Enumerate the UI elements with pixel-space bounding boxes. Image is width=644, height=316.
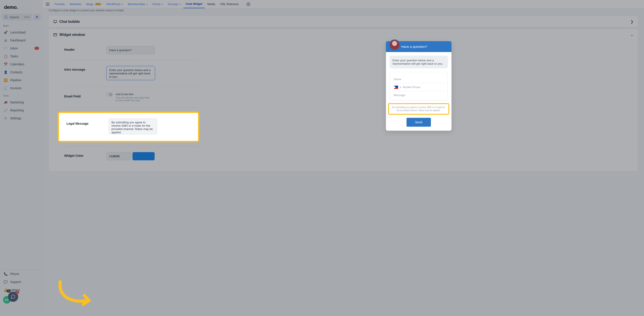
panel-title: Chat bubble (59, 20, 80, 24)
sidebar-item-label: Calendars (10, 62, 24, 66)
sidebar-item-label: Pipeline (10, 78, 21, 82)
brand-logo: demo. (0, 0, 42, 12)
tab-websites[interactable]: Websites (67, 0, 84, 8)
user-icon: 👤 (4, 70, 8, 74)
tab-label: Memberships (128, 2, 145, 6)
chart-icon: 📈 (4, 108, 8, 112)
sidebar-item-reporting[interactable]: 📈Reporting (0, 106, 42, 114)
chat-fab-badge-secondary: 4 (7, 290, 11, 293)
header-input[interactable] (106, 46, 155, 54)
sidebar-item-support[interactable]: 💬Support (0, 278, 42, 286)
tab-wordpress[interactable]: WordPress▾ (104, 0, 125, 8)
sidebar-item-dashboard[interactable]: ▦Dashboard (0, 36, 42, 44)
tab-surveys[interactable]: Surveys▾ (166, 0, 183, 8)
quick-actions-button[interactable] (33, 14, 41, 20)
sidebar-item-label: Contacts (10, 70, 22, 74)
sidebar-item-phone[interactable]: 📞Phone (0, 270, 42, 278)
toggle-title: Add Email field (116, 93, 151, 96)
bolt-icon (35, 15, 39, 19)
form-row-color: Widget Color (64, 146, 200, 166)
sidebar-item-inbox[interactable]: ✉️Inbox1 (0, 44, 42, 52)
color-hex-input[interactable] (106, 152, 131, 160)
tab-funnels[interactable]: Funnels (52, 0, 67, 8)
tab-blogs[interactable]: BlogsNew (84, 0, 104, 8)
sidebar-item-label: Dashboard (10, 38, 26, 42)
panel-header[interactable]: Chat bubble ❯ (49, 16, 638, 27)
chevron-right-icon: ❯ (630, 19, 633, 24)
chat-fab[interactable]: 4 6 (8, 292, 18, 302)
form-row-intro: Intro message Enter your question below … (64, 60, 200, 87)
sidebar-item-marketing[interactable]: 📣Marketing (0, 98, 42, 106)
field-label: Email Field (64, 93, 106, 98)
legal-textarea[interactable]: By submitting you agree to receive SMS o… (108, 118, 157, 135)
tab-label: Websites (70, 2, 81, 6)
preview-form: Name ▾ Mobile Phone Message (390, 72, 448, 100)
preview-name-field[interactable]: Name (393, 75, 444, 83)
chat-preview-card: Have a question? Enter your question bel… (386, 41, 452, 131)
preview-send-button[interactable]: Send (406, 118, 431, 127)
sidebar-item-notifications[interactable]: 🔔cations (0, 286, 42, 294)
sidebar-item-settings[interactable]: ⚙Settings (0, 114, 42, 122)
search-label: Search (10, 15, 19, 19)
preview-message-field[interactable]: Message (393, 91, 444, 99)
widget-form: Header Intro message Enter your question… (49, 40, 200, 166)
sidebar-item-contacts[interactable]: 👤Contacts (0, 68, 42, 76)
gear-icon[interactable] (246, 2, 250, 6)
panel-header[interactable]: Widget window ⌄ (49, 29, 638, 40)
sidebar-item-label: Tasks (10, 54, 18, 58)
toggle-desc: This will add the new input field to tak… (116, 96, 151, 102)
sidebar-item-invoices[interactable]: 🧾Invoices (0, 84, 42, 92)
inbox-badge: 1 (34, 47, 39, 50)
form-row-header: Header (64, 40, 200, 60)
preview-phone-field[interactable]: ▾ Mobile Phone (393, 83, 444, 91)
logo-text: demo (4, 4, 16, 10)
form-row-legal-highlight: Legal Message By submitting you agree to… (58, 112, 200, 142)
sidebar-item-label: Phone (10, 272, 19, 276)
sidebar-item-label: Settings (10, 116, 22, 120)
sidebar-item-calendars[interactable]: 📅Calendars (0, 60, 42, 68)
arrow-icon (56, 280, 98, 313)
new-tag: New (95, 3, 102, 5)
tab-label: Media (207, 2, 215, 6)
gear-icon: ⚙ (4, 116, 8, 120)
logo-dot: . (16, 4, 18, 10)
calendar-icon: 📅 (4, 62, 8, 66)
tab-memberships[interactable]: Memberships▾ (126, 0, 150, 8)
megaphone-icon: 📣 (4, 100, 8, 104)
field-label: Legal Message (66, 118, 108, 125)
intro-textarea[interactable]: Enter your question below and a represen… (106, 66, 155, 80)
preview-phone-ph: Mobile Phone (403, 85, 420, 89)
email-toggle[interactable] (106, 93, 112, 96)
separator (243, 2, 243, 6)
tab-label: Chat Widget (186, 2, 202, 5)
panel-title: Widget window (59, 33, 85, 37)
tab-url-redirects[interactable]: URL Redirects (218, 0, 241, 8)
receipt-icon: 🧾 (4, 86, 8, 90)
chat-bubble-icon (53, 20, 57, 24)
nav-section-apps: Apps (0, 22, 42, 28)
nav-section-tools: Tools (0, 92, 42, 98)
annotation-arrow (56, 280, 644, 314)
chevron-down-icon: ▾ (400, 86, 401, 88)
hamburger-icon[interactable] (45, 2, 50, 7)
preview-header: Have a question? (386, 41, 452, 52)
tab-forms[interactable]: Forms▾ (150, 0, 165, 8)
svg-rect-7 (54, 33, 57, 36)
search-input[interactable]: Search ctrl K (2, 14, 32, 20)
rocket-icon: 🚀 (4, 30, 8, 34)
page-subheader: Configure a chat widget to convert your … (42, 8, 644, 14)
sidebar-item-tasks[interactable]: 📋Tasks (0, 52, 42, 60)
topbar: Funnels Websites BlogsNew WordPress▾ Mem… (42, 0, 644, 8)
widget-preview: Have a question? Enter your question bel… (200, 40, 638, 166)
main-content: Configure a chat widget to convert your … (42, 8, 644, 316)
tab-media[interactable]: Media (205, 0, 217, 8)
tab-chat-widget[interactable]: Chat Widget (184, 0, 205, 8)
panel-widget-window: Widget window ⌄ Header Intro message Ent… (49, 29, 638, 171)
sidebar-item-pipeline[interactable]: 🔀Pipeline (0, 76, 42, 84)
color-swatch[interactable] (132, 152, 155, 160)
sidebar-item-launchpad[interactable]: 🚀Launchpad (0, 28, 42, 36)
preview-legal-highlight: By submitting you agree to receive SMS o… (388, 103, 449, 115)
user-avatar-row[interactable]: GF ile (0, 294, 42, 306)
chevron-down-icon: ▾ (162, 3, 163, 5)
svg-point-0 (5, 16, 7, 18)
